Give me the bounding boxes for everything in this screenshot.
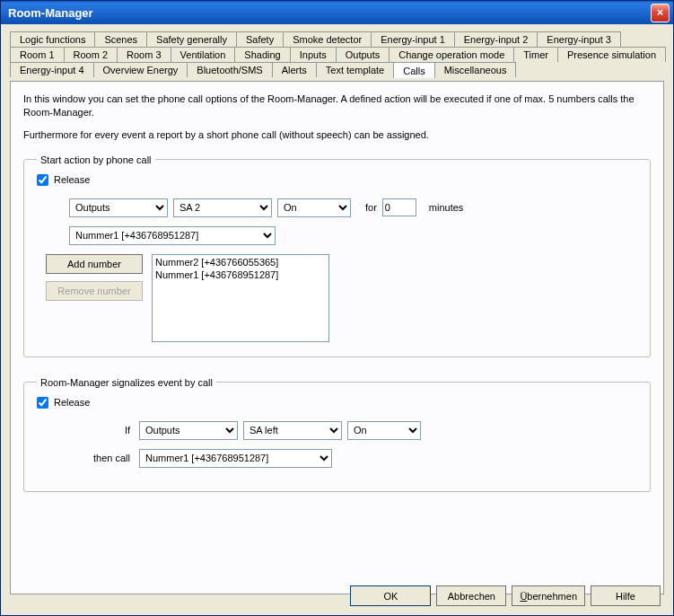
tab-shading[interactable]: Shading	[234, 47, 290, 62]
minutes-label: minutes	[429, 202, 464, 213]
tab-miscellaneous[interactable]: Miscellaneous	[434, 62, 517, 77]
ok-button[interactable]: OK	[350, 585, 431, 606]
remove-number-button[interactable]: Remove number	[46, 281, 143, 301]
titlebar: Room-Manager ×	[1, 1, 673, 24]
tabstrip: Logic functionsScenesSafety generallySaf…	[10, 31, 664, 77]
group-signalize-event-legend: Room-Manager signalizes event by call	[37, 377, 216, 388]
tab-logic-functions[interactable]: Logic functions	[10, 31, 95, 47]
tab-safety[interactable]: Safety	[236, 31, 284, 47]
then-call-number-select[interactable]: Nummer1 [+436768951287]	[139, 449, 332, 468]
tab-smoke-detector[interactable]: Smoke detector	[283, 31, 372, 47]
tab-overview-energy[interactable]: Overview Energy	[93, 62, 188, 77]
tab-panel-calls: In this window you can set the phone cal…	[10, 81, 664, 594]
group-start-action-legend: Start action by phone call	[37, 154, 155, 165]
add-number-button[interactable]: Add number	[46, 254, 143, 274]
release-checkbox-1[interactable]	[37, 174, 48, 186]
if-label: If	[37, 425, 134, 436]
group-start-action: Start action by phone call Release Outpu…	[23, 154, 651, 357]
group-signalize-event: Room-Manager signalizes event by call Re…	[23, 377, 651, 492]
close-icon[interactable]: ×	[651, 4, 670, 22]
dialog-buttons: OK Abbrechen Übernehmen Hilfe	[350, 585, 661, 606]
event-category-select[interactable]: Outputs	[139, 421, 238, 440]
release-checkbox-2[interactable]	[37, 397, 48, 409]
tab-energy-input-3[interactable]: Energy-input 3	[537, 31, 621, 47]
tab-calls[interactable]: Calls	[393, 62, 434, 78]
tab-energy-input-4[interactable]: Energy-input 4	[10, 62, 94, 77]
tab-room-2[interactable]: Room 2	[64, 47, 118, 62]
for-label: for	[365, 202, 377, 213]
minutes-input[interactable]	[382, 198, 416, 216]
tab-change-operation-mode[interactable]: Change operation mode	[389, 47, 514, 62]
window: Room-Manager × Logic functionsScenesSafe…	[0, 0, 674, 616]
tab-safety-generally[interactable]: Safety generally	[146, 31, 237, 47]
description-text-1: In this window you can set the phone cal…	[23, 92, 651, 119]
release-label-1: Release	[54, 174, 90, 185]
tab-outputs[interactable]: Outputs	[336, 47, 390, 62]
list-item[interactable]: Nummer2 [+436766055365]	[155, 256, 326, 268]
number-select[interactable]: Nummer1 [+436768951287]	[69, 226, 276, 245]
tab-bluetooth-sms[interactable]: Bluetooth/SMS	[187, 62, 272, 77]
tab-energy-input-2[interactable]: Energy-input 2	[454, 31, 538, 47]
tab-room-3[interactable]: Room 3	[117, 47, 171, 62]
then-call-label: then call	[37, 453, 134, 463]
cancel-button[interactable]: Abbrechen	[436, 585, 506, 606]
action-state-select[interactable]: On	[277, 198, 351, 217]
tab-scenes[interactable]: Scenes	[94, 31, 147, 47]
tab-presence-simulation[interactable]: Presence simulation	[557, 47, 666, 62]
tab-text-template[interactable]: Text template	[316, 62, 394, 77]
apply-button[interactable]: Übernehmen	[512, 585, 585, 606]
number-listbox[interactable]: Nummer2 [+436766055365]Nummer1 [+4367689…	[152, 254, 329, 342]
content-area: Logic functionsScenesSafety generallySaf…	[1, 24, 673, 602]
list-item[interactable]: Nummer1 [+436768951287]	[155, 268, 326, 281]
help-button[interactable]: Hilfe	[591, 585, 661, 606]
tab-alerts[interactable]: Alerts	[272, 62, 317, 77]
tab-inputs[interactable]: Inputs	[290, 47, 337, 62]
action-target-select[interactable]: SA 2	[173, 198, 272, 217]
release-label-2: Release	[54, 397, 90, 408]
event-state-select[interactable]: On	[347, 421, 421, 440]
tab-ventilation[interactable]: Ventilation	[171, 47, 236, 62]
tab-room-1[interactable]: Room 1	[10, 47, 65, 62]
tab-timer[interactable]: Timer	[513, 47, 558, 62]
tab-energy-input-1[interactable]: Energy-input 1	[371, 31, 455, 47]
action-category-select[interactable]: Outputs	[69, 198, 168, 217]
description-text-2: Furthermore for every event a report by …	[23, 128, 651, 142]
event-target-select[interactable]: SA left	[243, 421, 342, 440]
window-title: Room-Manager	[8, 6, 651, 20]
